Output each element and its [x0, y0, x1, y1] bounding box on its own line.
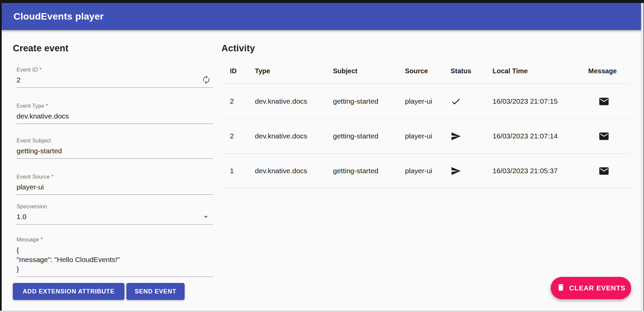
window-frame-bottom [0, 311, 644, 312]
window-frame-top [0, 0, 644, 3]
cell-message [580, 96, 631, 107]
event-source-label: Event Source * [17, 174, 54, 180]
autorenew-icon[interactable] [201, 75, 211, 84]
form-actions: ADD EXTENSION ATTRIBUTE SEND EVENT [13, 283, 213, 300]
create-event-title: Create event [13, 43, 213, 54]
activity-row: 2 dev.knative.docs getting-started playe… [221, 84, 631, 119]
cell-status [442, 166, 484, 176]
cell-id: 2 [221, 132, 246, 140]
message-label: Message * [17, 237, 43, 243]
send-event-button[interactable]: SEND EVENT [126, 283, 185, 300]
trash-icon [556, 283, 565, 293]
cell-subject: getting-started [325, 97, 397, 105]
message-field[interactable]: Message * { "message": "Hello CloudEvent… [17, 237, 213, 277]
add-extension-attribute-button[interactable]: ADD EXTENSION ATTRIBUTE [13, 283, 124, 300]
event-source-field[interactable]: Event Source * player-ui [17, 174, 213, 195]
app-bar: CloudEvents player [2, 3, 641, 30]
activity-row: 1 dev.knative.docs getting-started playe… [221, 154, 631, 188]
event-subject-value[interactable]: getting-started [17, 147, 199, 155]
column-header-subject: Subject [325, 62, 397, 83]
cell-subject: getting-started [325, 132, 397, 140]
cell-status [442, 96, 484, 107]
cell-id: 1 [221, 167, 246, 175]
clear-events-label: CLEAR EVENTS [569, 284, 625, 292]
cell-id: 2 [221, 97, 246, 105]
send-icon [451, 131, 484, 141]
event-type-field[interactable]: Event Type * dev.knative.docs [17, 103, 213, 124]
email-icon[interactable] [598, 131, 610, 142]
cell-status [442, 131, 484, 141]
cell-source: player-ui [397, 97, 442, 105]
column-header-id: ID [221, 62, 246, 83]
cell-subject: getting-started [325, 167, 397, 175]
activity-table-header: ID Type Subject Source Status Local Time… [221, 62, 631, 84]
event-subject-label: Event Subject [17, 138, 51, 144]
email-icon[interactable] [598, 96, 610, 107]
event-subject-field[interactable]: Event Subject getting-started [17, 138, 213, 159]
send-icon [451, 166, 484, 176]
cell-message [580, 131, 631, 142]
cell-source: player-ui [397, 167, 442, 175]
activity-panel: Activity ID Type Subject Source Status L… [221, 43, 631, 54]
column-header-local-time: Local Time [484, 62, 580, 83]
email-icon[interactable] [598, 165, 610, 177]
activity-title: Activity [221, 43, 631, 54]
dropdown-arrow-icon[interactable] [201, 212, 210, 221]
cell-type: dev.knative.docs [246, 167, 325, 175]
cell-type: dev.knative.docs [246, 97, 325, 105]
event-id-label: Event ID * [17, 67, 42, 73]
event-source-value[interactable]: player-ui [17, 183, 199, 191]
event-type-value[interactable]: dev.knative.docs [17, 112, 199, 120]
column-header-status: Status [442, 62, 484, 83]
specversion-select[interactable]: Specversion 1.0 [17, 204, 213, 225]
cell-message [580, 165, 631, 177]
cell-local-time: 16/03/2023 21:07:15 [484, 97, 580, 105]
event-id-value[interactable]: 2 [17, 76, 199, 84]
window-frame-left [0, 0, 2, 312]
column-header-message: Message [580, 62, 631, 83]
app-title: CloudEvents player [14, 11, 104, 22]
cell-type: dev.knative.docs [246, 132, 325, 140]
activity-rows: 2 dev.knative.docs getting-started playe… [221, 84, 631, 188]
create-event-panel: Create event Event ID * 2 Event Type * d… [13, 43, 213, 54]
column-header-type: Type [246, 62, 325, 83]
event-id-field[interactable]: Event ID * 2 [17, 67, 213, 88]
check-icon [451, 96, 484, 107]
specversion-value[interactable]: 1.0 [17, 213, 199, 221]
clear-events-button[interactable]: CLEAR EVENTS [551, 277, 631, 299]
event-type-label: Event Type * [17, 103, 48, 109]
app-window: CloudEvents player Create event Event ID… [0, 0, 644, 312]
scrollbar[interactable] [641, 3, 644, 311]
specversion-label: Specversion [17, 204, 47, 210]
cell-local-time: 16/03/2023 21:05:37 [484, 167, 580, 175]
cell-local-time: 16/03/2023 21:07:14 [484, 132, 580, 140]
cell-source: player-ui [397, 132, 442, 140]
message-value[interactable]: { "message": "Hello CloudEvents!" } [17, 245, 199, 274]
column-header-source: Source [397, 62, 442, 83]
activity-row: 2 dev.knative.docs getting-started playe… [221, 119, 631, 154]
